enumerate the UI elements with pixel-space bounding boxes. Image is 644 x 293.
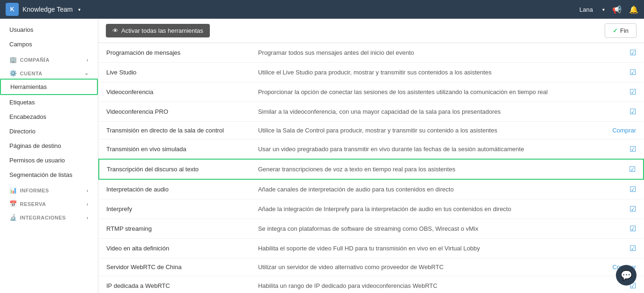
tool-action[interactable]: ☑ (599, 43, 644, 63)
app-dropdown-icon[interactable]: ▾ (78, 7, 81, 12)
user-name: Lana (579, 6, 593, 13)
tool-name: Video en alta definición (99, 239, 251, 258)
tool-desc: Utilice el Live Studio para producir, mo… (251, 63, 600, 82)
tool-name: Transmisión en directo de la sala de con… (99, 122, 251, 139)
sidebar-section-informes[interactable]: 📊 INFORMES › (0, 182, 98, 196)
tool-desc: Utilizar un servidor de video alternativ… (251, 258, 600, 276)
table-row: Live StudioUtilice el Live Studio para p… (99, 63, 644, 82)
tool-desc: Programar todos sus mensajes antes del i… (251, 43, 600, 63)
integraciones-arrow-icon: › (87, 215, 89, 220)
checkbox-icon[interactable]: ☑ (629, 88, 636, 96)
tool-desc: Habilita un rango de IP dedicado para vi… (251, 276, 600, 293)
check-icon: ✓ (613, 27, 618, 34)
checkbox-icon[interactable]: ☑ (629, 108, 636, 116)
sidebar-item-campos[interactable]: Campos (0, 37, 98, 51)
checkbox-icon[interactable]: ☑ (629, 225, 636, 233)
tool-name: Servidor WebRTC de China (99, 258, 251, 276)
sidebar-item-herramientas[interactable]: Herramientas (0, 79, 98, 95)
tool-action[interactable]: ☑ (599, 239, 644, 258)
sidebar-item-directorio[interactable]: Directorio (0, 124, 98, 139)
table-row: Videoconferencia PROSimilar a la videoco… (99, 102, 644, 122)
tool-desc: Añade canales de interpretación de audio… (251, 179, 600, 199)
table-row: Programación de mensajesProgramar todos … (99, 43, 644, 63)
checkbox-icon[interactable]: ☑ (629, 205, 636, 213)
sidebar-item-usuarios[interactable]: Usuarios (0, 22, 98, 37)
sidebar: Usuarios Campos 🏢 COMPAÑÍA › ⚙️ CUENTA ⌄… (0, 19, 98, 293)
buy-link[interactable]: Comprar (612, 127, 636, 134)
table-row: Transcripción del discurso al textoGener… (99, 159, 644, 179)
table-row: VideoconferenciaProporcionar la opción d… (99, 82, 644, 102)
tool-desc: Añade la integración de Interprefy para … (251, 199, 600, 219)
sidebar-item-paginas-destino[interactable]: Páginas de destino (0, 139, 98, 153)
tool-action[interactable]: ☑ (599, 102, 644, 122)
reserva-arrow-icon: › (87, 201, 89, 207)
app-title: Knowledge Team (22, 6, 73, 13)
bell-icon[interactable]: 🔔 (629, 5, 638, 14)
chat-icon: 💬 (621, 270, 632, 281)
table-row: RTMP streamingSe integra con plataformas… (99, 219, 644, 239)
tool-name: Videoconferencia (99, 82, 251, 102)
tool-name: RTMP streaming (99, 219, 251, 239)
user-dropdown-icon[interactable]: ▾ (602, 7, 605, 12)
content-area: 👁 Activar todas las herramientas ✓ Fin P… (98, 19, 644, 293)
checkbox-icon[interactable]: ☑ (629, 244, 636, 252)
activate-all-button[interactable]: 👁 Activar todas las herramientas (106, 24, 210, 37)
sidebar-item-etiquetas[interactable]: Etiquetas (0, 95, 98, 110)
top-nav-left: K Knowledge Team ▾ (6, 3, 81, 16)
table-row: Transmisión en directo de la sala de con… (99, 122, 644, 139)
tool-desc: Proporcionar la opción de conectar las s… (251, 82, 600, 102)
megaphone-icon[interactable]: 📢 (612, 5, 622, 14)
chat-bubble-button[interactable]: 💬 (616, 265, 637, 286)
tool-name: Live Studio (99, 63, 251, 82)
tool-action[interactable]: ☑ (599, 139, 644, 160)
main-layout: Usuarios Campos 🏢 COMPAÑÍA › ⚙️ CUENTA ⌄… (0, 19, 644, 293)
tool-action[interactable]: ☑ (599, 219, 644, 239)
tool-name: Videoconferencia PRO (99, 102, 251, 122)
tool-name: Interpretación de audio (99, 179, 251, 199)
integraciones-icon: 🔬 (9, 214, 17, 221)
tools-table: Programación de mensajesProgramar todos … (98, 43, 644, 293)
tool-action[interactable]: ☑ (599, 199, 644, 219)
app-icon: K (6, 3, 19, 16)
cuenta-arrow-icon: ⌄ (84, 70, 89, 76)
sidebar-section-integraciones[interactable]: 🔬 INTEGRACIONES › (0, 209, 98, 223)
tool-action[interactable]: Comprar (599, 122, 644, 139)
tool-action[interactable]: ☑ (599, 159, 644, 179)
tool-desc: Habilita el soporte de video Full HD par… (251, 239, 600, 258)
informes-arrow-icon: › (87, 188, 89, 193)
sidebar-item-permisos-usuario[interactable]: Permisos de usuario (0, 153, 98, 168)
tool-action[interactable]: ☑ (599, 82, 644, 102)
compania-arrow-icon: › (87, 57, 89, 63)
checkbox-icon[interactable]: ☑ (629, 145, 636, 153)
checkbox-icon[interactable]: ☑ (629, 49, 636, 57)
sidebar-item-encabezados[interactable]: Encabezados (0, 110, 98, 124)
table-row: InterprefyAñade la integración de Interp… (99, 199, 644, 219)
tool-desc: Utilice la Sala de Control para producir… (251, 122, 600, 139)
eye-icon: 👁 (112, 27, 118, 34)
table-row: Interpretación de audioAñade canales de … (99, 179, 644, 199)
reserva-icon: 📅 (9, 200, 17, 207)
checkbox-icon[interactable]: ☑ (629, 68, 636, 76)
sidebar-section-compania[interactable]: 🏢 COMPAÑÍA › (0, 51, 98, 65)
checkbox-icon[interactable]: ☑ (629, 165, 636, 173)
tool-desc: Generar transcripciones de voz a texto e… (251, 159, 600, 179)
informes-icon: 📊 (9, 187, 17, 194)
tool-name: Interprefy (99, 199, 251, 219)
checkbox-icon[interactable]: ☑ (629, 185, 636, 193)
sidebar-section-cuenta[interactable]: ⚙️ CUENTA ⌄ (0, 65, 98, 79)
tool-desc: Usar un video pregrabado para transmitir… (251, 139, 600, 160)
sidebar-item-segmentacion-listas[interactable]: Segmentación de listas (0, 168, 98, 182)
fin-button[interactable]: ✓ Fin (605, 23, 637, 38)
tool-name: Programación de mensajes (99, 43, 251, 63)
table-row: Servidor WebRTC de ChinaUtilizar un serv… (99, 258, 644, 276)
tool-action[interactable]: ☑ (599, 63, 644, 82)
tool-desc: Similar a la videoconferencia, con una m… (251, 102, 600, 122)
compania-icon: 🏢 (9, 56, 17, 63)
tool-action[interactable]: ☑ (599, 179, 644, 199)
table-row: IP dedicada a WebRTCHabilita un rango de… (99, 276, 644, 293)
tool-name: IP dedicada a WebRTC (99, 276, 251, 293)
tool-name: Transmisión en vivo simulada (99, 139, 251, 160)
top-nav: K Knowledge Team ▾ Lana ▾ 📢 🔔 (0, 0, 644, 19)
top-nav-right: Lana ▾ 📢 🔔 (579, 5, 638, 14)
sidebar-section-reserva[interactable]: 📅 RESERVA › (0, 196, 98, 209)
